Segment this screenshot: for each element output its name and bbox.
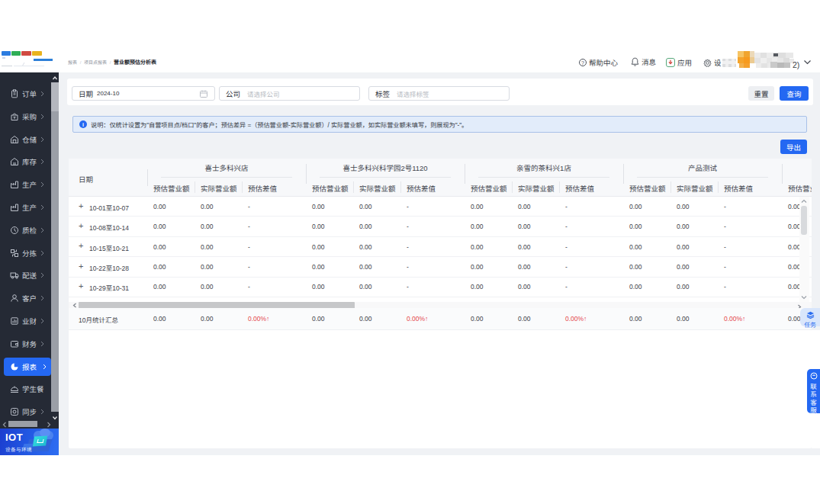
svg-text:2): 2) <box>793 60 799 69</box>
